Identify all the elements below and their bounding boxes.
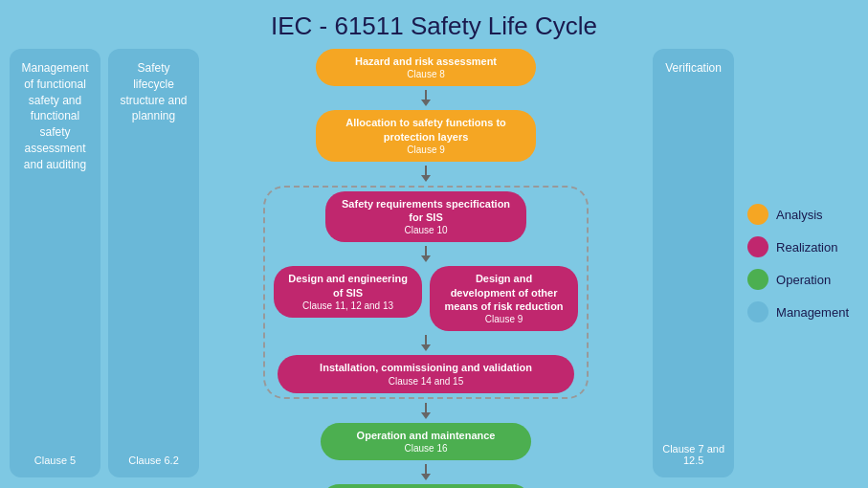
design-split-row: Design and engineering of SIS Clause 11,… [269, 266, 583, 331]
safety-req-clause: Clause 10 [339, 224, 513, 236]
legend-analysis: Analysis [747, 204, 849, 225]
arrow2 [421, 166, 431, 182]
operation-title: Operation and maintenance [334, 429, 518, 442]
legend: Analysis Realization Operation Managemen… [738, 49, 858, 477]
management-text: Management of functional safety and func… [17, 60, 93, 173]
legend-operation: Operation [747, 269, 849, 290]
lifecycle-col: Safety lifecycle structure and planning … [108, 49, 199, 477]
lifecycle-text: Safety lifecycle structure and planning [116, 60, 191, 124]
installation-box: Installation, commissioning and validati… [278, 355, 574, 392]
management-label: Management [776, 305, 849, 320]
design-other-clause: Clause 9 [443, 313, 565, 325]
allocation-box: Allocation to safety functions to protec… [316, 110, 536, 162]
hazard-box: Hazard and risk assessment Clause 8 [316, 49, 536, 86]
safety-req-title: Safety requirements specification for SI… [339, 197, 513, 225]
verification-clause: Clause 7 and 12.5 [660, 443, 726, 466]
management-dot [747, 301, 768, 322]
arrow3 [421, 246, 431, 262]
hazard-title: Hazard and risk assessment [329, 55, 523, 68]
allocation-title: Allocation to safety functions to protec… [329, 116, 523, 144]
operation-clause: Clause 16 [334, 442, 518, 455]
operation-label: Operation [776, 273, 831, 287]
realization-label: Realization [776, 240, 837, 255]
lifecycle-clause: Clause 6.2 [128, 455, 179, 466]
center-flow: Hazard and risk assessment Clause 8 Allo… [207, 49, 645, 477]
design-sis-box: Design and engineering of SIS Clause 11,… [274, 266, 422, 318]
design-sis-title: Design and engineering of SIS [287, 272, 409, 299]
page-title: IEC - 61511 Safety Life Cycle [0, 0, 868, 49]
arrow5 [421, 403, 431, 419]
operation-box: Operation and maintenance Clause 16 [321, 423, 531, 460]
analysis-dot [747, 204, 768, 225]
arrow6 [421, 464, 431, 480]
design-sis-clause: Clause 11, 12 and 13 [287, 299, 409, 312]
design-other-box: Design and development of other means of… [430, 266, 578, 331]
legend-management: Management [747, 301, 849, 322]
installation-title: Installation, commissioning and validati… [291, 361, 561, 374]
allocation-clause: Clause 9 [329, 144, 523, 156]
realization-dot [747, 236, 768, 257]
management-clause: Clause 5 [34, 455, 76, 466]
safety-req-box: Safety requirements specification for SI… [325, 191, 526, 243]
legend-realization: Realization [747, 236, 849, 257]
operation-dot [747, 269, 768, 290]
design-other-title: Design and development of other means of… [443, 272, 565, 313]
dashed-region: Safety requirements specification for SI… [263, 186, 589, 399]
modification-box: Modification Clause 17 [321, 484, 531, 488]
arrow4 [421, 335, 431, 351]
verification-text: Verification [665, 60, 722, 77]
right-section: Verification Clause 7 and 12.5 Analysis … [653, 49, 858, 477]
hazard-clause: Clause 8 [329, 68, 523, 80]
installation-clause: Clause 14 and 15 [291, 375, 561, 388]
arrow1 [421, 90, 431, 106]
verification-col: Verification Clause 7 and 12.5 [653, 49, 734, 477]
management-col: Management of functional safety and func… [10, 49, 100, 477]
analysis-label: Analysis [776, 208, 822, 222]
